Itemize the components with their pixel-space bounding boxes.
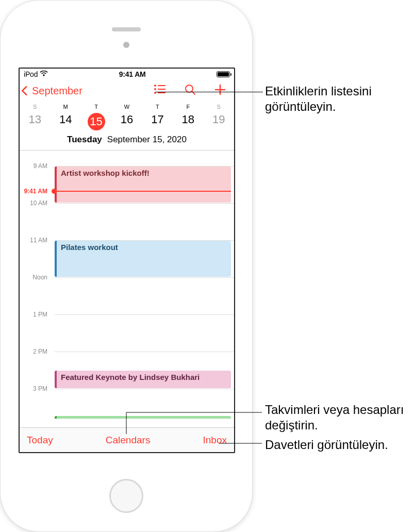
now-indicator: 9:41 AM — [20, 191, 234, 192]
hour-line — [55, 277, 234, 278]
day-number: 15 — [88, 113, 105, 130]
day-col[interactable]: W16 — [111, 104, 142, 130]
calendars-button[interactable]: Calendars — [106, 435, 151, 446]
speaker-grill — [112, 27, 141, 31]
hour-label: 2 PM — [20, 348, 51, 355]
hour-line — [55, 166, 234, 167]
day-letter: T — [142, 104, 173, 110]
day-col[interactable]: S13 — [20, 104, 50, 130]
screen: iPod 9:41 AM September — [19, 68, 235, 453]
callout-line-1 — [156, 92, 263, 92]
day-col[interactable]: F18 — [173, 104, 203, 130]
day-name: Tuesday — [67, 135, 102, 144]
search-icon[interactable] — [185, 84, 196, 97]
day-col[interactable]: M14 — [50, 104, 80, 130]
status-bar: iPod 9:41 AM — [20, 69, 234, 80]
calendar-event[interactable]: Pilates workout — [55, 241, 231, 277]
hour-label: 9 AM — [20, 162, 51, 170]
battery-icon — [217, 71, 230, 77]
annotation-list-events: Etkinliklerin listesini görüntüleyin. — [265, 84, 414, 114]
date-header: TuesdaySeptember 15, 2020 — [20, 130, 234, 151]
today-button[interactable]: Today — [27, 435, 53, 446]
back-button[interactable]: September — [23, 85, 82, 97]
hour-line — [55, 203, 234, 204]
day-col[interactable]: T17 — [142, 104, 173, 130]
hour-label: Noon — [20, 274, 51, 281]
day-letter: F — [173, 104, 203, 110]
front-camera — [123, 42, 129, 48]
day-col[interactable]: T15 — [81, 104, 111, 130]
date-rest: September 15, 2020 — [107, 135, 187, 144]
calendar-event[interactable]: Artist workshop kickoff! — [55, 167, 231, 203]
day-number: 14 — [50, 113, 80, 126]
day-letter: W — [111, 104, 142, 110]
wifi-icon — [40, 70, 48, 78]
toolbar: Today Calendars Inbox — [20, 427, 234, 452]
hour-line — [55, 240, 234, 241]
day-number: 13 — [20, 113, 50, 126]
day-letter: S — [204, 104, 234, 110]
home-button[interactable] — [109, 479, 143, 513]
add-icon[interactable] — [214, 84, 226, 97]
annotation-view-invites: Davetleri görüntüleyin. — [265, 437, 388, 453]
hour-label: 10 AM — [20, 200, 51, 207]
back-label: September — [32, 85, 82, 97]
day-number: 17 — [142, 113, 173, 126]
day-letter: T — [81, 104, 111, 110]
calendar-event[interactable]: Featured Keynote by Lindsey Bukhari — [55, 371, 231, 388]
hour-label: 3 PM — [20, 385, 51, 392]
day-number: 16 — [111, 113, 142, 126]
svg-rect-3 — [158, 89, 165, 90]
hour-line — [55, 352, 234, 352]
day-number: 18 — [173, 113, 203, 126]
svg-rect-5 — [158, 92, 165, 93]
now-label: 9:41 AM — [20, 188, 51, 195]
hour-line — [55, 314, 234, 315]
hour-label: 11 AM — [20, 237, 51, 244]
next-event-sliver[interactable] — [55, 416, 231, 419]
hour-line — [55, 389, 234, 389]
now-line-rule — [53, 191, 231, 192]
week-header: S13M14T15W16T17F18S19 — [20, 102, 234, 130]
svg-point-2 — [154, 88, 156, 90]
device-frame: iPod 9:41 AM September — [0, 0, 253, 532]
hour-label: 1 PM — [20, 311, 51, 318]
inbox-button[interactable]: Inbox — [203, 435, 227, 446]
chevron-left-icon — [21, 86, 31, 96]
day-letter: S — [20, 104, 50, 110]
carrier-label: iPod — [24, 70, 38, 78]
list-icon[interactable] — [154, 84, 166, 97]
svg-rect-1 — [158, 85, 165, 86]
day-letter: M — [50, 104, 80, 110]
svg-point-0 — [154, 85, 156, 87]
timeline[interactable]: Artist workshop kickoff!Pilates workoutF… — [20, 151, 234, 419]
status-time: 9:41 AM — [119, 70, 146, 78]
day-col[interactable]: S19 — [204, 104, 234, 130]
day-number: 19 — [204, 113, 234, 126]
annotation-change-calendars: Takvimleri veya hesapları değiştirin. — [265, 402, 414, 433]
nav-bar: September — [20, 80, 234, 102]
